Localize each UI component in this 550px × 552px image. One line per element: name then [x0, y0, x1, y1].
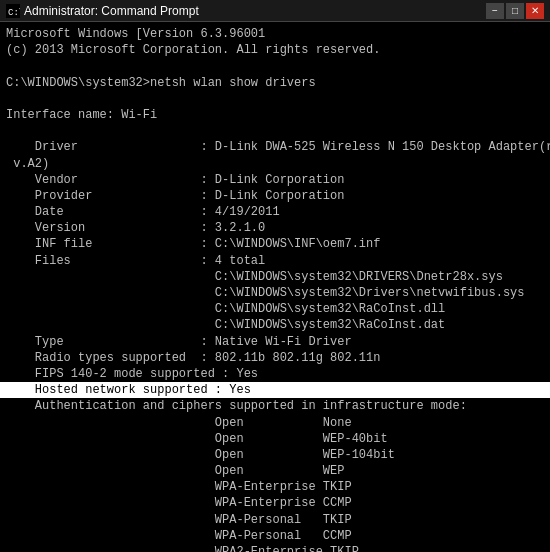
title-bar-left: C:\ Administrator: Command Prompt — [6, 4, 199, 18]
terminal-line: Hosted network supported : Yes — [0, 382, 550, 398]
close-button[interactable]: ✕ — [526, 3, 544, 19]
terminal-line: WPA-Personal TKIP — [6, 512, 544, 528]
window-title: Administrator: Command Prompt — [24, 4, 199, 18]
minimize-button[interactable]: − — [486, 3, 504, 19]
terminal-line: Driver : D-Link DWA-525 Wireless N 150 D… — [6, 139, 544, 155]
terminal-line: INF file : C:\WINDOWS\INF\oem7.inf — [6, 236, 544, 252]
terminal-line: Open WEP-40bit — [6, 431, 544, 447]
terminal-line: WPA-Enterprise TKIP — [6, 479, 544, 495]
terminal-line: Vendor : D-Link Corporation — [6, 172, 544, 188]
cmd-icon: C:\ — [6, 4, 20, 18]
terminal-line: (c) 2013 Microsoft Corporation. All righ… — [6, 42, 544, 58]
terminal-line: C:\WINDOWS\system32\RaCoInst.dll — [6, 301, 544, 317]
terminal-content: Microsoft Windows [Version 6.3.96001(c) … — [0, 22, 550, 552]
terminal-line: Open WEP-104bit — [6, 447, 544, 463]
terminal-line: Type : Native Wi-Fi Driver — [6, 334, 544, 350]
terminal-line: Microsoft Windows [Version 6.3.96001 — [6, 26, 544, 42]
terminal-line: Files : 4 total — [6, 253, 544, 269]
terminal-line: C:\WINDOWS\system32\Drivers\netvwifibus.… — [6, 285, 544, 301]
terminal-line: v.A2) — [6, 156, 544, 172]
terminal-line — [6, 91, 544, 107]
terminal-line: C:\WINDOWS\system32>netsh wlan show driv… — [6, 75, 544, 91]
terminal-line: FIPS 140-2 mode supported : Yes — [6, 366, 544, 382]
terminal-line: Date : 4/19/2011 — [6, 204, 544, 220]
terminal-line: WPA2-Enterprise TKIP — [6, 544, 544, 552]
title-bar: C:\ Administrator: Command Prompt − □ ✕ — [0, 0, 550, 22]
terminal-line: WPA-Personal CCMP — [6, 528, 544, 544]
terminal-line — [6, 58, 544, 74]
terminal-line: WPA-Enterprise CCMP — [6, 495, 544, 511]
terminal-line: Open WEP — [6, 463, 544, 479]
terminal-line — [6, 123, 544, 139]
terminal-line: C:\WINDOWS\system32\DRIVERS\Dnetr28x.sys — [6, 269, 544, 285]
terminal-line: C:\WINDOWS\system32\RaCoInst.dat — [6, 317, 544, 333]
terminal-line: Authentication and ciphers supported in … — [6, 398, 544, 414]
svg-text:C:\: C:\ — [8, 8, 20, 18]
terminal-line: Radio types supported : 802.11b 802.11g … — [6, 350, 544, 366]
terminal-line: Open None — [6, 415, 544, 431]
window-controls: − □ ✕ — [486, 3, 544, 19]
terminal-line: Interface name: Wi-Fi — [6, 107, 544, 123]
terminal-line: Provider : D-Link Corporation — [6, 188, 544, 204]
maximize-button[interactable]: □ — [506, 3, 524, 19]
terminal-line: Version : 3.2.1.0 — [6, 220, 544, 236]
